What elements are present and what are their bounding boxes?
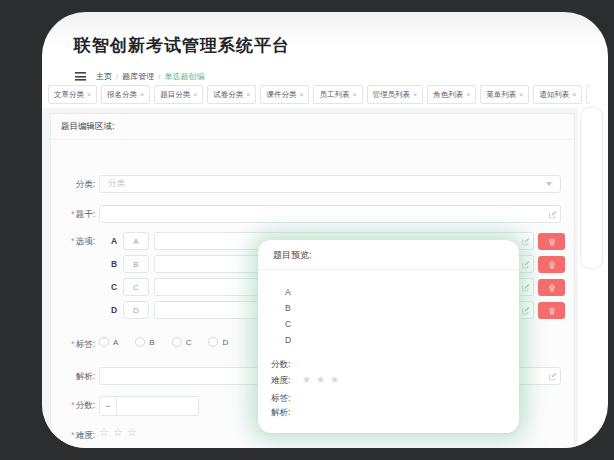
close-icon[interactable]: ×	[413, 91, 417, 98]
option-tag-input[interactable]	[123, 232, 149, 250]
score-input[interactable]	[117, 397, 199, 415]
tab-bar: 文章分类× 报名分类× 题目分类× 试卷分类× 课件分类× 员工列表× 管理员列…	[48, 85, 590, 105]
radio-icon	[172, 337, 182, 347]
tab-notification-list[interactable]: 通知列表×	[533, 85, 582, 104]
close-icon[interactable]: ×	[352, 91, 356, 98]
trash-icon	[548, 307, 556, 315]
tab-article-category[interactable]: 文章分类×	[48, 85, 97, 104]
edit-icon[interactable]	[521, 283, 530, 292]
breadcrumb-question-bank[interactable]: 题库管理	[122, 71, 154, 82]
tab-registration-category[interactable]: 报名分类×	[101, 85, 150, 104]
breadcrumb-home[interactable]: 主页	[96, 71, 112, 82]
tab-staff-list[interactable]: 员工列表×	[313, 85, 362, 104]
breadcrumb-separator: /	[116, 72, 118, 81]
delete-option-button[interactable]	[538, 233, 565, 250]
tab-role-list[interactable]: 角色列表×	[427, 85, 476, 104]
option-letter: A	[109, 236, 119, 246]
option-letter: B	[109, 259, 119, 269]
option-letter: C	[109, 282, 119, 292]
answer-label: *标答:	[51, 339, 95, 351]
category-label: 分类:	[51, 179, 95, 191]
preview-option-b: B	[285, 303, 291, 313]
delete-option-button[interactable]	[538, 279, 565, 296]
preview-score-label: 分数:	[271, 359, 290, 371]
star-icon: ☆	[113, 426, 127, 438]
chevron-down-icon	[546, 182, 552, 186]
radio-icon	[99, 337, 109, 347]
option-letter: D	[109, 305, 119, 315]
delete-option-button[interactable]	[538, 256, 565, 273]
radio-option-d[interactable]: D	[208, 337, 228, 347]
difficulty-star-rating[interactable]: ☆☆☆	[99, 426, 141, 439]
preview-option-d: D	[285, 335, 291, 345]
category-placeholder: 分类	[108, 178, 546, 190]
app-window: 联智创新考试管理系统平台 主页 / 题库管理 / 单选题创编 文章分类× 报名分…	[42, 12, 608, 448]
radio-icon	[208, 337, 218, 347]
decrease-button[interactable]: −	[100, 397, 117, 415]
preview-option-a: A	[285, 287, 291, 297]
close-icon[interactable]: ×	[140, 91, 144, 98]
preview-difficulty-label: 难度:	[271, 375, 290, 387]
close-icon[interactable]: ×	[193, 91, 197, 98]
close-icon[interactable]: ×	[519, 91, 523, 98]
close-icon[interactable]: ×	[246, 91, 250, 98]
preview-star-rating: ★★★	[302, 374, 344, 385]
section-title: 题目编辑区域:	[51, 114, 574, 140]
score-stepper: − +	[99, 396, 199, 416]
radio-option-c[interactable]: C	[172, 337, 192, 347]
stem-label: *题干:	[51, 209, 95, 221]
tab-menu-list[interactable]: 菜单列表×	[480, 85, 529, 104]
option-tag-input[interactable]	[123, 255, 149, 273]
close-icon[interactable]: ×	[466, 91, 470, 98]
answer-radio-group: A B C D	[99, 337, 245, 347]
question-preview-panel: 题目预览: A B C D 分数: 难度: ★★★ 标答: 解析:	[258, 240, 519, 433]
close-icon[interactable]: ×	[299, 91, 303, 98]
analysis-label: 解析:	[51, 371, 95, 383]
scrollbar[interactable]	[580, 107, 603, 269]
difficulty-label: *难度:	[51, 430, 95, 442]
trash-icon	[548, 261, 556, 269]
radio-option-b[interactable]: B	[135, 337, 154, 347]
tab-courseware-category[interactable]: 课件分类×	[260, 85, 309, 104]
breadcrumb-current: 单选题创编	[164, 71, 204, 82]
menu-icon[interactable]	[75, 72, 86, 81]
options-label: *选项:	[51, 236, 95, 248]
edit-icon[interactable]	[521, 306, 530, 315]
breadcrumb: 主页 / 题库管理 / 单选题创编	[75, 71, 204, 82]
star-icon: ★	[330, 374, 344, 385]
tab-announcement-detail[interactable]: 公告详情×	[586, 85, 590, 104]
tab-admin-list[interactable]: 管理员列表×	[367, 85, 424, 104]
stem-input[interactable]	[99, 205, 561, 223]
category-select[interactable]: 分类	[99, 175, 561, 193]
star-icon: ★	[316, 374, 330, 385]
score-label: *分数:	[51, 400, 95, 412]
trash-icon	[548, 238, 556, 246]
tab-paper-category[interactable]: 试卷分类×	[207, 85, 256, 104]
page-title: 联智创新考试管理系统平台	[74, 34, 290, 57]
radio-option-a[interactable]: A	[99, 337, 118, 347]
trash-icon	[548, 284, 556, 292]
edit-icon[interactable]	[548, 372, 557, 381]
option-tag-input[interactable]	[123, 301, 149, 319]
preview-answer-label: 标答:	[271, 393, 290, 405]
close-icon[interactable]: ×	[87, 91, 91, 98]
close-icon[interactable]: ×	[572, 91, 576, 98]
preview-option-c: C	[285, 319, 291, 329]
radio-icon	[135, 337, 145, 347]
edit-icon[interactable]	[548, 210, 557, 219]
dark-backdrop: 联智创新考试管理系统平台 主页 / 题库管理 / 单选题创编 文章分类× 报名分…	[0, 0, 614, 460]
option-tag-input[interactable]	[123, 278, 149, 296]
star-icon: ☆	[127, 426, 141, 438]
star-icon: ★	[302, 374, 316, 385]
preview-title: 题目预览:	[258, 240, 519, 270]
breadcrumb-separator: /	[158, 72, 160, 81]
tab-question-category[interactable]: 题目分类×	[154, 85, 203, 104]
edit-icon[interactable]	[521, 260, 530, 269]
edit-icon[interactable]	[521, 237, 530, 246]
preview-analysis-label: 解析:	[271, 407, 290, 419]
star-icon: ☆	[99, 426, 113, 438]
delete-option-button[interactable]	[538, 302, 565, 319]
